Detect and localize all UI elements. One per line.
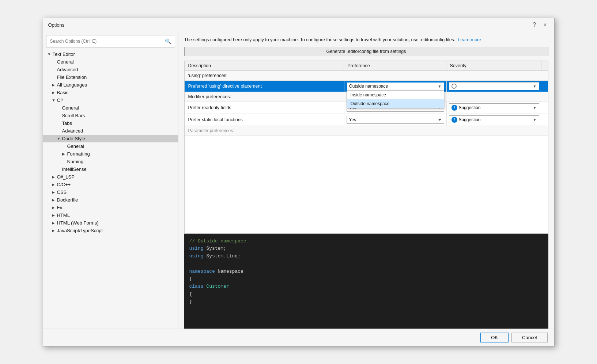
tree-item-label: Advanced — [57, 67, 78, 72]
code-token: System.Linq; — [204, 253, 241, 259]
sidebar-item-scroll-bars[interactable]: Scroll Bars — [43, 112, 178, 119]
code-line — [189, 260, 543, 268]
sidebar-item-tabs[interactable]: Tabs — [43, 119, 178, 127]
sidebar-item-fsharp[interactable]: ▶F# — [43, 204, 178, 211]
close-button[interactable]: × — [541, 21, 549, 28]
sidebar-item-html-webforms[interactable]: ▶HTML (Web Forms) — [43, 219, 178, 227]
code-token: // Outside namespace — [189, 238, 246, 244]
tree-item-label: F# — [57, 205, 63, 210]
table-scroll[interactable]: 'using' preferences: Preferred 'using' d… — [185, 71, 548, 233]
dropdown-option-inside[interactable]: Inside namespace — [347, 91, 444, 99]
search-input[interactable] — [50, 39, 165, 44]
tree-item-label: All Languages — [57, 82, 87, 88]
tree-item-label: General — [57, 59, 74, 65]
row-pref-using[interactable]: Outside namespace ▼ Inside namespace Out… — [344, 81, 446, 92]
tree-item-label: Code Style — [62, 136, 86, 141]
col-preference: Preference — [344, 61, 446, 70]
code-token: using — [189, 253, 204, 259]
info-bar: The settings configured here only apply … — [184, 37, 548, 43]
code-line: { — [189, 291, 543, 298]
sidebar-item-javascript[interactable]: ▶JavaScript/TypeScript — [43, 227, 178, 234]
cancel-button[interactable]: Cancel — [511, 333, 547, 342]
generate-editorconfig-button[interactable]: Generate .editorconfig file from setting… — [184, 47, 548, 56]
dropdown-selected-value: Outside namespace — [349, 84, 388, 89]
pref-select-static[interactable]: Yes No — [347, 116, 444, 124]
code-line: { — [189, 275, 543, 283]
sidebar-item-advanced-te[interactable]: Advanced — [43, 66, 178, 73]
sidebar-item-cs-general[interactable]: General — [43, 142, 178, 150]
code-token: Namespace — [215, 269, 243, 274]
sidebar-item-csharp-lsp[interactable]: ▶C#_LSP — [43, 173, 178, 181]
table-header: Description Preference Severity — [185, 61, 548, 71]
dropdown-arrow-icon: ▼ — [438, 84, 442, 88]
tree-item-label: IntelliSense — [62, 166, 87, 172]
sev-arrow-icon: ▼ — [533, 106, 537, 110]
dialog-body: 🔍 ▼Text EditorGeneralAdvancedFile Extens… — [43, 32, 554, 329]
title-bar-actions: ? × — [530, 21, 549, 28]
sidebar-item-basic[interactable]: ▶Basic — [43, 89, 178, 96]
tree-item-label: Text Editor — [53, 51, 75, 57]
search-icon: 🔍 — [165, 38, 171, 44]
search-container[interactable]: 🔍 — [46, 35, 175, 47]
code-token: using — [189, 246, 204, 251]
sidebar-item-intellisense[interactable]: IntelliSense — [43, 165, 178, 173]
table-row: Preferred 'using' directive placement Ou… — [185, 81, 548, 92]
sidebar-item-csharp[interactable]: ▼C# — [43, 96, 178, 104]
sidebar-item-text-editor[interactable]: ▼Text Editor — [43, 50, 178, 58]
sidebar-item-csharp-general[interactable]: General — [43, 104, 178, 112]
code-token: { — [189, 276, 192, 281]
sidebar-item-file-extension[interactable]: File Extension — [43, 73, 178, 81]
sidebar-item-formatting[interactable]: ▶Formatting — [43, 150, 178, 158]
info-circle-icon: i — [451, 117, 457, 123]
tree-arrow-icon: ▶ — [52, 175, 57, 179]
sidebar-item-css[interactable]: ▶CSS — [43, 188, 178, 196]
severity-btn-using[interactable]: Refactoring Only ▼ — [449, 82, 539, 90]
code-line: class Customer — [189, 283, 543, 291]
learn-more-link[interactable]: Learn more — [458, 37, 481, 42]
sidebar-item-general[interactable]: General — [43, 58, 178, 66]
help-button[interactable]: ? — [530, 21, 538, 28]
settings-table: Description Preference Severity 'using' … — [184, 61, 548, 233]
code-token: Customer — [206, 284, 229, 289]
sidebar-item-all-languages[interactable]: ▶All Languages — [43, 81, 178, 89]
severity-btn-static[interactable]: i Suggestion ▼ — [449, 115, 539, 124]
section-using-prefs: 'using' preferences: — [185, 71, 548, 81]
tree: ▼Text EditorGeneralAdvancedFile Extensio… — [43, 49, 178, 329]
tree-item-label: HTML — [57, 212, 70, 218]
dialog-footer: OK Cancel — [43, 329, 554, 346]
col-scroll — [541, 61, 548, 70]
code-token: System; — [204, 246, 226, 251]
row-sev-readonly[interactable]: i Suggestion ▼ — [446, 102, 541, 114]
col-description: Description — [185, 61, 344, 70]
pref-dropdown-using[interactable]: Outside namespace ▼ Inside namespace Out… — [347, 82, 444, 90]
row-pref-static[interactable]: Yes No — [344, 114, 446, 125]
sidebar-item-advanced-cs[interactable]: Advanced — [43, 127, 178, 135]
code-line: namespace Namespace — [189, 268, 543, 276]
tree-item-label: CSS — [57, 189, 67, 195]
sev-text-using: Refactoring Only — [458, 84, 532, 89]
severity-btn-readonly[interactable]: i Suggestion ▼ — [449, 103, 539, 112]
section-param-prefs: Parameter preferences: — [185, 126, 548, 136]
dropdown-option-outside[interactable]: Outside namespace — [347, 99, 444, 108]
row-sev-static[interactable]: i Suggestion ▼ — [446, 114, 541, 126]
sidebar-item-html[interactable]: ▶HTML — [43, 211, 178, 219]
row-sev-using[interactable]: Refactoring Only ▼ — [446, 81, 541, 92]
col-severity: Severity — [446, 61, 541, 70]
tree-item-label: General — [67, 143, 84, 149]
sidebar-item-code-style[interactable]: ▼Code Style — [43, 135, 178, 142]
dropdown-open-using[interactable]: Outside namespace ▼ — [347, 82, 444, 90]
title-bar: Options ? × — [43, 18, 554, 32]
code-line: using System; — [189, 245, 543, 253]
sidebar-item-naming[interactable]: Naming — [43, 158, 178, 165]
code-line: // Outside namespace — [189, 238, 543, 245]
tree-arrow-icon: ▶ — [52, 83, 57, 87]
ok-button[interactable]: OK — [480, 333, 509, 342]
tree-item-label: C# — [57, 97, 63, 103]
sidebar-item-dockerfile[interactable]: ▶Dockerfile — [43, 196, 178, 204]
table-row: Prefer static local functions Yes No i — [185, 114, 548, 126]
tree-item-label: Naming — [67, 159, 84, 164]
row-desc-static: Prefer static local functions — [185, 115, 344, 124]
tree-item-label: Tabs — [62, 120, 72, 126]
sidebar-item-cpp[interactable]: ▶C/C++ — [43, 181, 178, 188]
code-preview: // Outside namespaceusing System;using S… — [184, 234, 548, 329]
